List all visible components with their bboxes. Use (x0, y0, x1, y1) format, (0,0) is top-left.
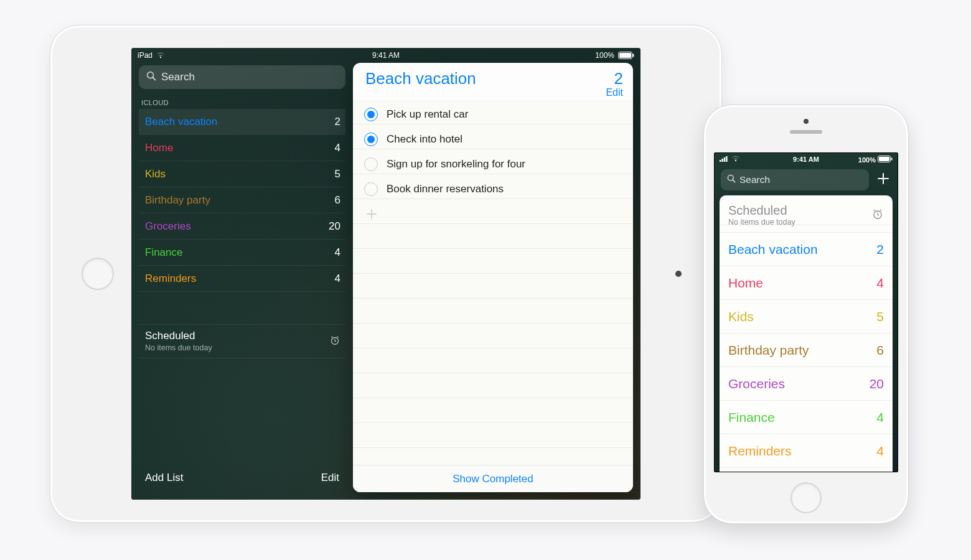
sidebar-item[interactable]: Groceries20 (139, 213, 345, 240)
alarm-clock-icon (329, 335, 340, 348)
list-count: 2 (876, 242, 884, 257)
task-label: Book dinner reservations (387, 183, 504, 195)
list-name: Birthday party (145, 194, 210, 207)
task-list: Pick up rental carCheck into hotelSign u… (353, 100, 633, 465)
list-count: 4 (335, 246, 340, 259)
ipad-status-bar: iPad 9:41 AM 100% (131, 48, 640, 63)
iphone-speaker (790, 130, 822, 134)
list-count: 4 (335, 142, 340, 154)
plus-icon (365, 208, 378, 220)
sidebar-item[interactable]: Reminders4 (139, 266, 345, 292)
list-count: 2 (335, 116, 340, 128)
scheduled-title: Scheduled (728, 203, 795, 218)
clock: 9:41 AM (131, 51, 640, 60)
list-item[interactable]: Beach vacation2 (720, 233, 893, 266)
list-count: 6 (335, 194, 340, 207)
sidebar: Search ICLOUD Beach vacation2Home4Kids5B… (139, 63, 345, 492)
list-name: Beach vacation (728, 242, 818, 257)
iphone-device-frame: 9:41 AM 100% Search (703, 105, 909, 524)
scheduled-row[interactable]: Scheduled No items due today (720, 195, 893, 233)
list-item[interactable]: Home4 (720, 266, 893, 300)
sidebar-item[interactable]: Birthday party6 (139, 187, 345, 213)
ipad-device-frame: iPad 9:41 AM 100% (50, 25, 722, 523)
ipad-home-button[interactable] (82, 258, 114, 290)
detail-edit-button[interactable]: Edit (606, 87, 623, 98)
radio-empty-icon[interactable] (364, 157, 378, 171)
list-count: 4 (335, 273, 340, 285)
plus-icon (876, 172, 890, 188)
radio-filled-icon[interactable] (364, 108, 378, 121)
list-name: Beach vacation (145, 116, 217, 128)
list-name: Finance (145, 246, 182, 259)
search-input[interactable]: Search (139, 65, 345, 89)
sidebar-item[interactable]: Beach vacation2 (139, 109, 345, 135)
list-name: Groceries (145, 220, 191, 233)
svg-line-14 (733, 180, 735, 182)
detail-count: 2 (614, 69, 623, 88)
add-list-button[interactable] (875, 172, 891, 188)
scheduled-subtitle: No items due today (728, 218, 795, 226)
search-icon (727, 174, 736, 185)
sidebar-item[interactable]: Finance4 (139, 240, 345, 266)
lists-card: Scheduled No items due today Beach vacat… (720, 195, 893, 472)
list-count: 6 (876, 343, 884, 358)
list-name: Kids (728, 309, 754, 324)
clock: 9:41 AM (715, 156, 898, 163)
scheduled-subtitle: No items due today (145, 343, 212, 353)
list-item[interactable]: Kids5 (720, 300, 893, 334)
list-item[interactable]: Birthday party6 (720, 334, 893, 367)
list-count: 5 (876, 309, 884, 324)
alarm-clock-icon (871, 208, 884, 223)
iphone-home-button[interactable] (790, 482, 822, 513)
scheduled-title: Scheduled (145, 330, 212, 342)
task-row[interactable]: Sign up for snorkeling for four (353, 152, 633, 177)
list-item[interactable]: Groceries20 (720, 367, 893, 401)
ipad-screen: iPad 9:41 AM 100% (131, 48, 640, 500)
list-name: Home (728, 276, 763, 291)
show-completed-button[interactable]: Show Completed (353, 465, 633, 492)
iphone-camera (804, 119, 809, 124)
add-list-button[interactable]: Add List (145, 472, 183, 484)
task-label: Pick up rental car (387, 108, 468, 121)
list-count: 20 (870, 376, 884, 391)
list-name: Groceries (728, 376, 785, 391)
task-row[interactable]: Pick up rental car (353, 102, 633, 127)
svg-line-4 (153, 77, 156, 80)
list-name: Reminders (728, 444, 792, 459)
list-count: 4 (876, 410, 884, 425)
list-name: Birthday party (728, 343, 809, 358)
radio-empty-icon[interactable] (364, 182, 378, 196)
sidebar-item[interactable]: Home4 (139, 135, 345, 161)
sidebar-footer: Add List Edit (139, 464, 345, 492)
add-task-button[interactable] (353, 202, 633, 226)
list-name: Finance (728, 410, 775, 425)
search-input[interactable]: Search (721, 169, 869, 190)
list-item[interactable]: Reminders4 (720, 434, 893, 468)
section-label-icloud: ICLOUD (139, 95, 345, 109)
list-item[interactable]: Finance4 (720, 401, 893, 434)
detail-card: Beach vacation 2 Edit Pick up rental car… (353, 63, 633, 492)
list-count: 20 (329, 220, 340, 233)
list-name: Home (145, 142, 173, 154)
list-count: 4 (876, 444, 884, 459)
iphone-status-bar: 9:41 AM 100% (715, 153, 898, 166)
radio-filled-icon[interactable] (364, 133, 378, 146)
list-name: Reminders (145, 273, 196, 285)
task-row[interactable]: Check into hotel (353, 127, 633, 152)
task-label: Sign up for snorkeling for four (387, 158, 525, 170)
ipad-camera (675, 271, 682, 277)
sidebar-item[interactable]: Kids5 (139, 161, 345, 187)
search-placeholder: Search (161, 71, 195, 83)
search-icon (146, 71, 156, 84)
list-name: Kids (145, 168, 166, 180)
search-placeholder: Search (739, 174, 770, 185)
edit-lists-button[interactable]: Edit (321, 472, 339, 484)
detail-title: Beach vacation (365, 69, 476, 88)
show-completed-label: Show Completed (453, 473, 533, 485)
sidebar-scheduled[interactable]: Scheduled No items due today (139, 324, 345, 358)
list-count: 4 (876, 276, 884, 291)
iphone-screen: 9:41 AM 100% Search (714, 152, 898, 472)
list-count: 5 (335, 168, 340, 180)
task-label: Check into hotel (387, 133, 462, 146)
task-row[interactable]: Book dinner reservations (353, 177, 633, 202)
